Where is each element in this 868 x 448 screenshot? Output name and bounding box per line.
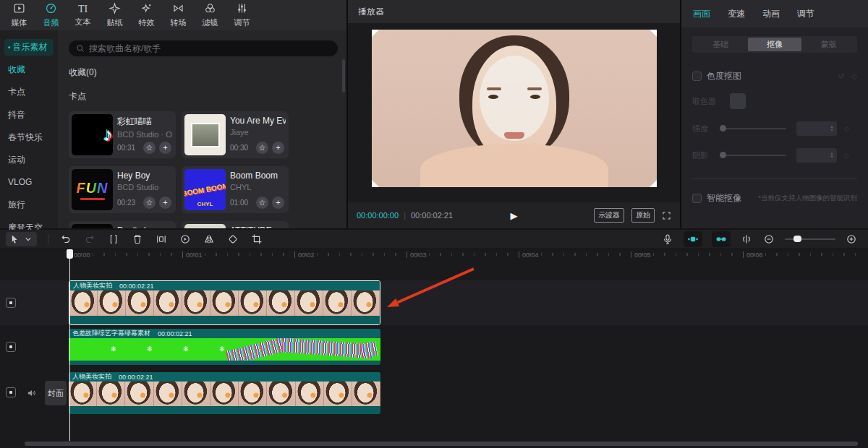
sidebar-item-douyin[interactable]: 抖音	[4, 107, 54, 124]
slider-thumb[interactable]	[720, 125, 726, 132]
playhead-handle[interactable]	[67, 249, 73, 259]
music-card[interactable]: You Are My Ev... Jiaye 00:30 ☆ +	[182, 111, 289, 158]
stepper-down-icon[interactable]: ▼	[830, 129, 834, 132]
record-voiceover-button[interactable]	[661, 233, 674, 246]
fullscreen-button[interactable]	[662, 211, 671, 220]
favorite-star-button[interactable]: ☆	[256, 142, 268, 154]
timeline-ruler[interactable]: 00:00 00:01 00:02 00:03 00:04 00:05 00:0…	[0, 249, 868, 262]
zoom-out-button[interactable]	[762, 233, 775, 246]
keyframe-icon[interactable]: ◇	[851, 72, 857, 80]
keyframe-icon[interactable]: ◇	[844, 152, 849, 159]
tab-speed[interactable]: 变速	[728, 8, 745, 20]
add-to-track-button[interactable]: +	[272, 142, 284, 154]
add-to-track-button[interactable]: +	[272, 197, 284, 209]
track-mute-icon[interactable]	[26, 387, 38, 399]
album-art: BOOM BOOM CHYL	[184, 169, 226, 210]
tab-media[interactable]: 媒体	[4, 1, 35, 30]
tab-transition[interactable]: 转场	[163, 1, 194, 30]
delete-button[interactable]	[131, 233, 144, 246]
select-tool-button[interactable]	[8, 233, 21, 246]
shadow-value-input[interactable]: ▲▼	[796, 148, 837, 163]
tab-animation[interactable]: 动画	[762, 8, 780, 20]
sidebar-item-festival[interactable]: 春节快乐	[4, 129, 54, 146]
music-card[interactable]: ATTITUDE ZHANG JUN	[182, 221, 289, 228]
greenscreen-clip[interactable]: 色差故障综艺字幕绿幕素材 00:00:02:21 ✻ ✻ ✻ ✻	[69, 329, 380, 365]
frame-thumbnail	[98, 290, 126, 316]
track-hide-toggle[interactable]	[6, 298, 16, 308]
freeze-frame-button[interactable]	[155, 233, 168, 246]
split-button[interactable]	[107, 233, 120, 246]
undo-button[interactable]	[59, 233, 72, 246]
tab-text[interactable]: TI 文本	[67, 1, 98, 29]
frame-thumbnail	[182, 382, 210, 406]
keyframe-icon[interactable]: ◇	[844, 125, 849, 132]
music-card[interactable]: BOOM BOOM CHYL Boom Boom CHYL 01:00 ☆ +	[182, 166, 289, 213]
sidebar-item-vlog[interactable]: VLOG	[4, 174, 54, 191]
favorite-star-button[interactable]: ☆	[256, 197, 268, 209]
smart-matting-checkbox[interactable]	[692, 194, 702, 203]
tab-adjustment[interactable]: 调节	[797, 8, 814, 20]
cover-button[interactable]: 封面	[45, 381, 67, 405]
transform-handle[interactable]	[372, 30, 379, 37]
music-card[interactable]: FUN Don't sleep BCD Studio	[69, 221, 176, 228]
chroma-key-checkbox[interactable]	[692, 72, 702, 81]
sidebar-item-favorites[interactable]: 收藏	[4, 61, 54, 78]
tab-filter[interactable]: 滤镜	[195, 1, 226, 30]
sidebar-item-travel[interactable]: 旅行	[4, 197, 54, 213]
transform-handle[interactable]	[650, 30, 657, 37]
play-button[interactable]: ▶	[511, 210, 518, 221]
favorite-star-button[interactable]: ☆	[143, 197, 156, 209]
song-title: ATTITUDE	[230, 225, 286, 228]
tab-effects[interactable]: 特效	[131, 1, 162, 30]
crop-button[interactable]	[250, 233, 263, 246]
timeline-horizontal-scrollbar[interactable]	[25, 441, 858, 446]
sidebar-item-sport[interactable]: 运动	[4, 152, 54, 168]
redo-button[interactable]	[83, 233, 96, 246]
select-tool-dropdown-icon[interactable]	[22, 233, 35, 246]
search-input[interactable]: 搜索歌曲名称/歌手	[69, 40, 338, 56]
zoom-in-button[interactable]	[845, 233, 858, 246]
tab-audio[interactable]: 音频	[35, 1, 67, 30]
auto-snap-toggle[interactable]	[684, 231, 702, 247]
sidebar-item-beat[interactable]: 卡点	[4, 84, 54, 100]
track-hide-toggle[interactable]	[6, 342, 16, 352]
greenscreen-glyph: ✻	[183, 345, 189, 353]
subtab-matting[interactable]: 抠像	[748, 38, 802, 51]
zoom-slider-thumb[interactable]	[793, 236, 801, 242]
music-card[interactable]: FUN Hey Boy BCD Studio 00:23 ☆ +	[69, 166, 176, 213]
tab-picture[interactable]: 画面	[693, 8, 710, 20]
favorite-star-button[interactable]: ☆	[143, 142, 156, 154]
add-to-track-button[interactable]: +	[159, 197, 171, 209]
original-ratio-button[interactable]: 原始	[631, 208, 655, 223]
slider-thumb[interactable]	[720, 152, 726, 158]
linkage-toggle[interactable]	[712, 231, 731, 247]
library-scrollbar[interactable]	[342, 59, 345, 92]
music-card[interactable]: ♪ 彩虹喵喵 BCD Studio · O... 00:31 ☆ +	[69, 111, 176, 158]
rotate-button[interactable]	[226, 233, 239, 246]
scope-button[interactable]: 示波器	[594, 208, 624, 223]
subtab-basic[interactable]: 基础	[694, 38, 748, 51]
reverse-button[interactable]	[179, 233, 192, 246]
strength-value-input[interactable]: ▲▼	[796, 121, 837, 136]
timeline-zoom-slider[interactable]	[785, 238, 835, 240]
transform-handle[interactable]	[650, 180, 657, 187]
tab-sticker[interactable]: 贴纸	[99, 1, 130, 30]
media-icon	[13, 2, 25, 16]
frame-thumbnail	[352, 290, 380, 316]
shadow-slider[interactable]	[720, 155, 786, 156]
stepper-down-icon[interactable]: ▼	[830, 155, 834, 159]
track-hide-toggle[interactable]	[6, 387, 16, 397]
sidebar-item-music-assets[interactable]: •音乐素材	[4, 39, 54, 56]
subtab-mask[interactable]: 蒙版	[801, 38, 856, 51]
video-clip-main[interactable]: 人物美妆实拍 00:00:02:21	[69, 372, 380, 414]
preview-axis-button[interactable]	[740, 233, 753, 246]
mirror-button[interactable]	[203, 233, 216, 246]
transform-handle[interactable]	[372, 180, 379, 187]
add-to-track-button[interactable]: +	[159, 142, 171, 154]
video-preview[interactable]	[372, 30, 657, 187]
tab-adjust[interactable]: 调节	[226, 1, 258, 30]
reset-icon[interactable]: ↺	[838, 72, 844, 80]
strength-slider[interactable]	[720, 128, 786, 129]
video-clip-selected[interactable]: 人物美妆实拍 00:00:02:21	[69, 280, 380, 325]
eyedropper-swatch[interactable]	[730, 93, 746, 109]
